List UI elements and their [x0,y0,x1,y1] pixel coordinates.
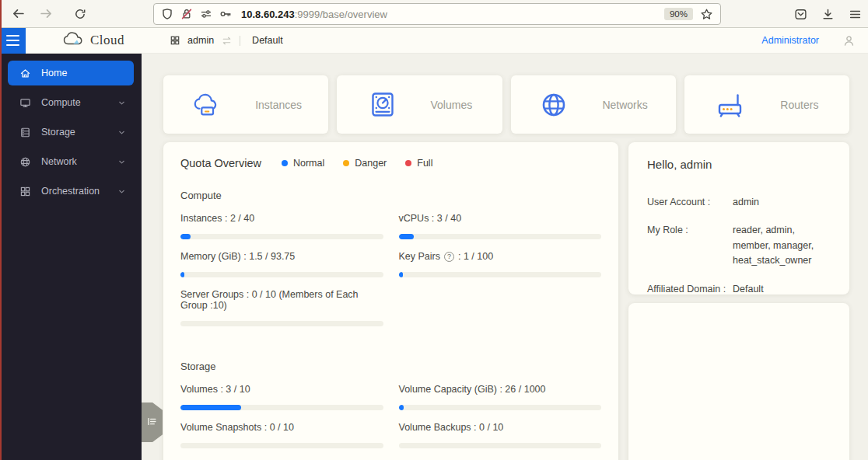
sidebar-item-label: Orchestration [41,186,100,197]
url-host: 10.8.60.243 [241,9,295,20]
quota-progress-bar [180,234,383,239]
sidebar-item-label: Compute [41,97,81,108]
insecure-lock-icon[interactable] [180,8,193,20]
profile-row: My Role :reader, admin, member, manager,… [647,223,831,268]
project-name: admin [187,35,214,46]
bookmark-star-icon[interactable] [700,8,713,21]
quota-progress-fill [180,405,241,410]
switch-project-icon[interactable] [221,35,233,47]
header-divider [240,36,240,46]
quota-progress-fill [399,234,415,239]
overview-card-label: Instances [255,99,302,111]
downloads-icon[interactable] [821,8,835,21]
screen-edge-artifact [0,0,2,460]
browser-toolbar: 10.8.60.243:9999/base/overview 90% [0,0,868,28]
chevron-down-icon [117,187,126,196]
overview-card-instances[interactable]: Instances [163,75,328,134]
overview-card-label: Networks [602,99,647,111]
quota-item-label: Volume Snapshots : 0 / 10 [180,422,383,433]
pocket-icon[interactable] [794,8,807,21]
quota-section-title: Storage [180,361,601,372]
sidebar-menu: HomeComputeStorageNetworkOrchestration [0,61,142,204]
sidebar-toggle-button[interactable] [0,28,26,54]
domain-name: Default [252,35,283,46]
overview-card-routers[interactable]: Routers [684,75,849,134]
project-grid-icon [170,35,180,46]
profile-rows: User Account :adminMy Role :reader, admi… [647,195,831,297]
cloud-logo-icon [63,31,84,51]
overview-card-volumes[interactable]: Volumes [337,75,502,134]
sidebar-item-label: Storage [41,127,75,138]
sidebar-item-compute[interactable]: Compute [8,90,134,115]
main-content: InstancesVolumesNetworksRouters Quota Ov… [142,54,868,460]
console-drawer-handle[interactable] [142,402,163,442]
administrator-link[interactable]: Administrator [761,35,819,46]
legend-label: Danger [355,158,387,169]
user-avatar-icon[interactable] [842,34,856,47]
browser-menu-icon[interactable] [849,8,862,21]
quota-item: vCPUs : 3 / 40 [399,213,602,239]
page-zoom-badge[interactable]: 90% [664,8,693,20]
routers-icon [715,89,747,120]
legend-normal: Normal [282,158,324,169]
app-header: Cloud admin Default Administrator [0,28,868,54]
quota-item-label: Volume Capacity (GiB) : 26 / 1000 [399,384,602,395]
screen: 10.8.60.243:9999/base/overview 90% [0,0,868,460]
profile-greeting: Hello, admin [647,158,831,171]
quota-overview-card: Quota Overview NormalDangerFull ComputeI… [163,142,618,460]
quota-item: Volume Backups : 0 / 10 [399,422,602,448]
instances-icon [190,90,222,120]
project-switcher[interactable]: admin Default [170,35,283,47]
orchestration-icon [19,186,31,197]
quota-progress-bar [399,272,602,277]
url-text: 10.8.60.243:9999/base/overview [241,9,387,20]
overview-card-networks[interactable]: Networks [511,75,676,134]
app-logo[interactable]: Cloud [63,31,124,51]
chevron-down-icon [117,158,126,166]
quota-item-label: vCPUs : 3 / 40 [399,213,602,224]
legend-label: Full [417,158,432,169]
sidebar-item-storage[interactable]: Storage [8,120,134,145]
legend-dot [405,160,411,166]
permissions-icon[interactable] [200,8,212,20]
quota-item-label: Volume Backups : 0 / 10 [399,422,602,433]
quota-progress-bar [399,234,602,239]
quota-progress-fill [399,272,403,277]
overview-cards-row: InstancesVolumesNetworksRouters [163,75,849,134]
console-icon [147,416,157,430]
help-icon[interactable]: ? [444,252,454,262]
quota-item: Instances : 2 / 40 [180,213,383,239]
chevron-down-icon [117,99,126,107]
quota-item: Volumes : 3 / 10 [180,384,383,410]
sidebar-item-network[interactable]: Network [8,149,134,174]
home-icon [19,68,31,79]
reload-button[interactable] [70,4,90,24]
profile-row-value: reader, admin, member, manager, heat_sta… [733,223,831,268]
profile-row-label: Affiliated Domain : [647,282,733,297]
sidebar-item-orchestration[interactable]: Orchestration [8,179,134,204]
browser-toolbar-right [794,0,862,28]
forward-button[interactable] [36,4,56,24]
quota-item: Volume Capacity (GiB) : 26 / 1000 [399,384,602,410]
header-right: Administrator [761,34,856,47]
networks-icon [538,89,569,120]
profile-row-value: admin [733,195,831,210]
url-path: :9999/base/overview [295,9,387,20]
profile-row-label: My Role : [647,223,733,268]
back-button[interactable] [8,4,28,24]
logo-text: Cloud [90,33,124,48]
quota-title: Quota Overview [180,157,261,169]
secondary-panel [628,303,849,460]
key-icon[interactable] [219,8,232,20]
url-bar[interactable]: 10.8.60.243:9999/base/overview 90% [153,3,721,25]
profile-row-value: Default [733,282,831,297]
legend-label: Normal [293,158,324,169]
sidebar-item-label: Network [41,156,77,167]
profile-row-label: User Account : [647,195,733,210]
shield-icon[interactable] [161,8,173,20]
legend-dot [282,160,288,166]
sidebar-item-home[interactable]: Home [8,61,134,85]
compute-icon [19,97,31,109]
quota-grid: Instances : 2 / 40vCPUs : 3 / 40Memory (… [180,201,601,326]
quota-item: Memory (GiB) : 1.5 / 93.75 [180,251,383,277]
